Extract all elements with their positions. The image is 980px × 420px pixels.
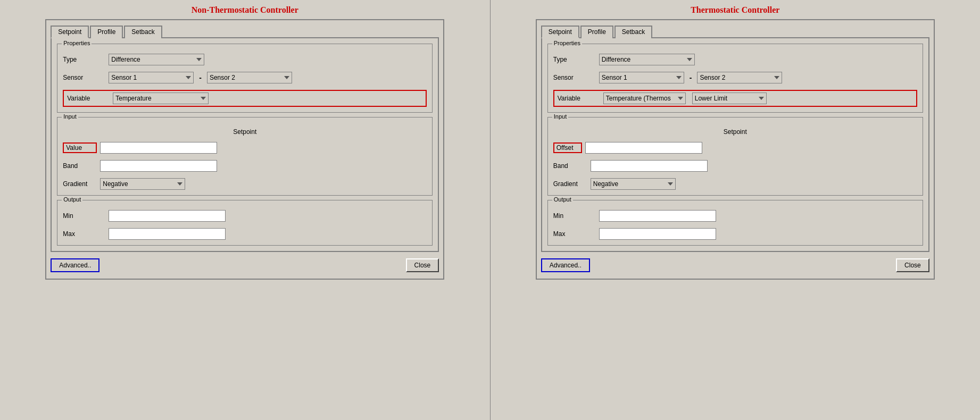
left-panel-title: Non-Thermostatic Controller <box>192 5 298 15</box>
left-max-row: Max 1.0 (0-1) <box>63 228 427 240</box>
left-tab-profile[interactable]: Profile <box>90 26 123 38</box>
right-type-select[interactable]: Difference <box>599 54 695 65</box>
right-props-inner: Type Difference Sensor Sensor 1 - Se <box>553 54 917 107</box>
right-type-row: Type Difference <box>553 54 917 65</box>
right-variable-row-highlighted: Variable Temperature (Thermos Lower Limi… <box>553 90 917 107</box>
right-properties-label: Properties <box>552 40 582 46</box>
left-variable-label: Variable <box>67 95 110 102</box>
right-tab-setback[interactable]: Setback <box>614 26 652 38</box>
right-tab-content: Properties Type Difference Sensor Sensor… <box>541 38 929 252</box>
right-max-row: Max 1.0 (0-1) <box>553 228 917 240</box>
right-max-input[interactable]: 1.0 (0-1) <box>599 228 716 240</box>
left-sensor-dash: - <box>199 73 202 82</box>
left-properties-label: Properties <box>62 40 92 46</box>
right-input-label: Input <box>552 113 568 120</box>
left-type-row: Type Difference <box>63 54 427 65</box>
right-band-row: Band 2.0 (°C) <box>553 160 917 172</box>
left-input-label: Input <box>62 113 78 120</box>
right-gradient-row: Gradient Negative <box>553 178 917 190</box>
right-input-section: Input Setpoint Offset 0.0 (°C) Band 2.0 … <box>547 117 923 196</box>
left-tab-content: Properties Type Difference Sensor Sensor… <box>51 38 439 252</box>
left-tab-bar: Setpoint Profile Setback <box>51 24 439 38</box>
right-output-inner: Min 0.0 (0-1) Max 1.0 (0-1) <box>553 210 917 240</box>
left-value-input[interactable]: 0.0 (°C) <box>100 142 217 154</box>
right-max-label: Max <box>553 230 596 238</box>
left-sensor-label: Sensor <box>63 74 105 81</box>
left-sensor-row: Sensor Sensor 1 - Sensor 2 <box>63 72 427 83</box>
right-sensor2-select[interactable]: Sensor 2 <box>697 72 782 83</box>
left-type-select[interactable]: Difference <box>109 54 204 65</box>
left-gradient-select[interactable]: Negative <box>100 178 185 190</box>
left-sensor2-select[interactable]: Sensor 2 <box>207 72 292 83</box>
right-close-button[interactable]: Close <box>896 258 929 272</box>
left-value-row: Value 0.0 (°C) <box>63 142 427 154</box>
left-setpoint-header: Setpoint <box>63 128 427 136</box>
right-output-section: Output Min 0.0 (0-1) Max 1.0 (0-1) <box>547 200 923 246</box>
right-band-input[interactable]: 2.0 (°C) <box>591 160 708 172</box>
left-min-label: Min <box>63 212 105 220</box>
left-dialog: Setpoint Profile Setback Properties Type… <box>45 19 444 280</box>
right-min-input[interactable]: 0.0 (0-1) <box>599 210 716 222</box>
left-close-button[interactable]: Close <box>406 258 439 272</box>
right-min-row: Min 0.0 (0-1) <box>553 210 917 222</box>
left-band-label: Band <box>63 162 97 170</box>
left-advanced-button[interactable]: Advanced.. <box>51 258 99 272</box>
right-tab-bar: Setpoint Profile Setback <box>541 24 929 38</box>
left-input-section: Input Setpoint Value 0.0 (°C) Band 2.0 (… <box>57 117 433 196</box>
left-variable-select[interactable]: Temperature <box>113 93 209 104</box>
left-band-row: Band 2.0 (°C) <box>63 160 427 172</box>
right-offset-label: Offset <box>553 142 582 153</box>
left-band-input[interactable]: 2.0 (°C) <box>100 160 217 172</box>
left-min-row: Min 0.0 (0-1) <box>63 210 427 222</box>
left-tab-setpoint[interactable]: Setpoint <box>51 26 89 38</box>
left-max-label: Max <box>63 230 105 238</box>
right-dialog: Setpoint Profile Setback Properties Type… <box>536 19 935 280</box>
right-gradient-select[interactable]: Negative <box>591 178 676 190</box>
right-sensor1-select[interactable]: Sensor 1 <box>599 72 684 83</box>
right-advanced-button[interactable]: Advanced.. <box>541 258 590 272</box>
right-panel-title: Thermostatic Controller <box>691 5 779 15</box>
left-sensor1-select[interactable]: Sensor 1 <box>109 72 194 83</box>
left-variable-row-highlighted: Variable Temperature <box>63 90 427 107</box>
left-output-section: Output Min 0.0 (0-1) Max 1.0 (0-1) <box>57 200 433 246</box>
right-tab-setpoint[interactable]: Setpoint <box>541 26 579 38</box>
left-input-inner: Setpoint Value 0.0 (°C) Band 2.0 (°C) Gr… <box>63 128 427 190</box>
left-panel: Non-Thermostatic Controller Setpoint Pro… <box>0 0 490 420</box>
left-gradient-label: Gradient <box>63 180 97 188</box>
right-min-label: Min <box>553 212 596 220</box>
right-band-label: Band <box>553 162 587 170</box>
right-variable-select2[interactable]: Lower Limit <box>692 93 767 104</box>
right-sensor-label: Sensor <box>553 74 596 81</box>
left-button-row: Advanced.. Close <box>51 256 439 274</box>
left-output-inner: Min 0.0 (0-1) Max 1.0 (0-1) <box>63 210 427 240</box>
right-variable-select1[interactable]: Temperature (Thermos <box>603 93 686 104</box>
left-props-inner: Type Difference Sensor Sensor 1 - Se <box>63 54 427 107</box>
left-max-input[interactable]: 1.0 (0-1) <box>109 228 226 240</box>
right-type-label: Type <box>553 56 596 63</box>
left-min-input[interactable]: 0.0 (0-1) <box>109 210 226 222</box>
left-value-label: Value <box>63 142 97 153</box>
right-output-label: Output <box>552 196 573 203</box>
right-variable-label: Variable <box>558 95 600 102</box>
right-button-row: Advanced.. Close <box>541 256 929 274</box>
right-offset-row: Offset 0.0 (°C) <box>553 142 917 154</box>
right-sensor-dash: - <box>690 73 692 82</box>
right-panel: Thermostatic Controller Setpoint Profile… <box>491 0 981 420</box>
right-gradient-label: Gradient <box>553 180 587 188</box>
right-offset-input[interactable]: 0.0 (°C) <box>585 142 702 154</box>
right-setpoint-header: Setpoint <box>553 128 917 136</box>
left-output-label: Output <box>62 196 82 203</box>
right-sensor-row: Sensor Sensor 1 - Sensor 2 <box>553 72 917 83</box>
left-tab-setback[interactable]: Setback <box>124 26 162 38</box>
left-type-label: Type <box>63 56 105 63</box>
left-gradient-row: Gradient Negative <box>63 178 427 190</box>
left-properties-section: Properties Type Difference Sensor Sensor… <box>57 44 433 113</box>
right-properties-section: Properties Type Difference Sensor Sensor… <box>547 44 923 113</box>
right-tab-profile[interactable]: Profile <box>580 26 613 38</box>
right-input-inner: Setpoint Offset 0.0 (°C) Band 2.0 (°C) G… <box>553 128 917 190</box>
